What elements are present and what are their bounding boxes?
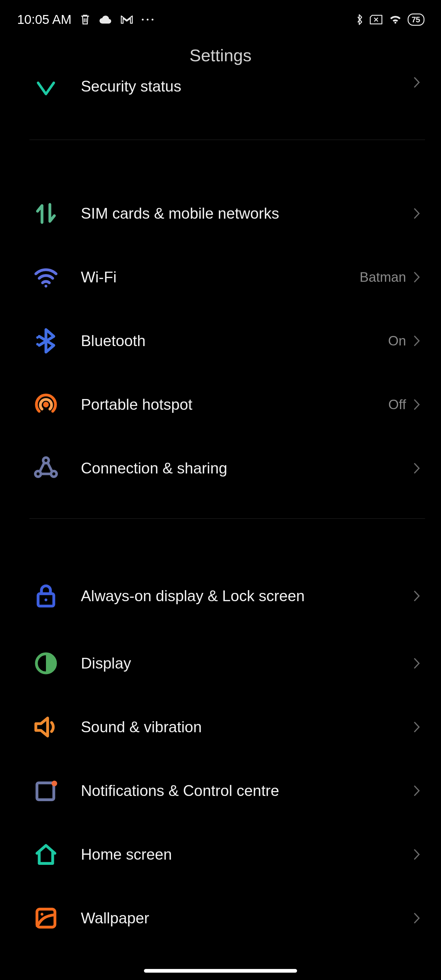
- delete-icon: [80, 13, 90, 26]
- gesture-nav-bar[interactable]: [144, 969, 297, 973]
- svg-point-2: [36, 343, 38, 345]
- status-left: 10:05 AM: [17, 12, 153, 27]
- chevron-right-icon: [414, 785, 420, 797]
- row-value: Batman: [360, 269, 406, 285]
- row-label: Home screen: [59, 845, 414, 865]
- speaker-icon: [32, 714, 59, 740]
- row-display[interactable]: Display: [32, 632, 441, 695]
- row-notifications[interactable]: Notifications & Control centre: [32, 759, 441, 822]
- row-wifi[interactable]: Wi-Fi Batman: [32, 245, 441, 309]
- chevron-right-icon: [414, 657, 420, 669]
- page-header: Settings: [0, 34, 441, 76]
- row-label: Notifications & Control centre: [59, 781, 414, 801]
- share-nodes-icon: [32, 455, 59, 482]
- gmail-icon: [120, 15, 133, 24]
- settings-list: Security status SIM cards & mobile netwo…: [0, 76, 441, 950]
- svg-point-13: [41, 913, 43, 916]
- wifi-icon: [32, 264, 59, 291]
- row-sim-cards[interactable]: SIM cards & mobile networks: [32, 181, 441, 245]
- row-label: Connection & sharing: [59, 458, 414, 478]
- chevron-right-icon: [414, 463, 420, 474]
- row-value: On: [388, 333, 406, 348]
- chevron-right-icon: [414, 76, 420, 88]
- svg-point-0: [45, 285, 47, 288]
- battery-indicator: 75: [408, 13, 425, 26]
- more-icon: [142, 19, 153, 21]
- row-label: Bluetooth: [59, 331, 388, 351]
- row-security-status[interactable]: Security status: [32, 76, 441, 127]
- wallpaper-icon: [32, 905, 59, 932]
- hotspot-icon: [32, 391, 59, 418]
- bluetooth-icon: [32, 328, 59, 354]
- notification-panel-icon: [32, 777, 59, 804]
- settings-screen: 10:05 AM: [0, 0, 441, 980]
- status-clock: 10:05 AM: [17, 12, 72, 27]
- chevron-right-icon: [414, 399, 420, 410]
- bluetooth-status-icon: [356, 13, 363, 26]
- svg-point-3: [43, 402, 49, 407]
- row-home-screen[interactable]: Home screen: [32, 822, 441, 886]
- mobile-data-icon: [32, 200, 59, 227]
- chevron-right-icon: [414, 208, 420, 219]
- status-right: 75: [356, 13, 425, 26]
- battery-level: 75: [412, 16, 420, 24]
- row-wallpaper[interactable]: Wallpaper: [32, 886, 441, 950]
- status-bar: 10:05 AM: [0, 0, 441, 34]
- shield-check-icon: [32, 77, 59, 104]
- row-label: Sound & vibration: [59, 717, 414, 737]
- display-contrast-icon: [32, 650, 59, 677]
- no-sim-icon: [369, 14, 383, 25]
- row-bluetooth[interactable]: Bluetooth On: [32, 309, 441, 373]
- home-icon: [32, 841, 59, 868]
- row-label: Portable hotspot: [59, 395, 388, 415]
- wifi-status-icon: [388, 14, 402, 25]
- row-hotspot[interactable]: Portable hotspot Off: [32, 373, 441, 436]
- lock-icon: [32, 582, 59, 609]
- row-sound-vibration[interactable]: Sound & vibration: [32, 695, 441, 759]
- row-label: SIM cards & mobile networks: [59, 204, 414, 224]
- row-label: Wi-Fi: [59, 267, 360, 287]
- page-title: Settings: [189, 45, 252, 65]
- chevron-right-icon: [414, 849, 420, 860]
- svg-point-1: [36, 336, 38, 339]
- row-label: Always-on display & Lock screen: [59, 586, 414, 606]
- row-aod-lockscreen[interactable]: Always-on display & Lock screen: [32, 560, 441, 632]
- chevron-right-icon: [414, 335, 420, 347]
- chevron-right-icon: [414, 590, 420, 602]
- row-label: Display: [59, 654, 414, 673]
- chevron-right-icon: [414, 271, 420, 283]
- row-value: Off: [388, 397, 406, 412]
- row-label: Security status: [59, 76, 414, 97]
- svg-point-11: [51, 781, 57, 786]
- cloud-icon: [99, 15, 112, 24]
- svg-rect-10: [37, 783, 54, 800]
- chevron-right-icon: [414, 912, 420, 924]
- chevron-right-icon: [414, 721, 420, 733]
- svg-point-8: [45, 598, 47, 601]
- row-connection-sharing[interactable]: Connection & sharing: [32, 436, 441, 500]
- row-label: Wallpaper: [59, 908, 414, 928]
